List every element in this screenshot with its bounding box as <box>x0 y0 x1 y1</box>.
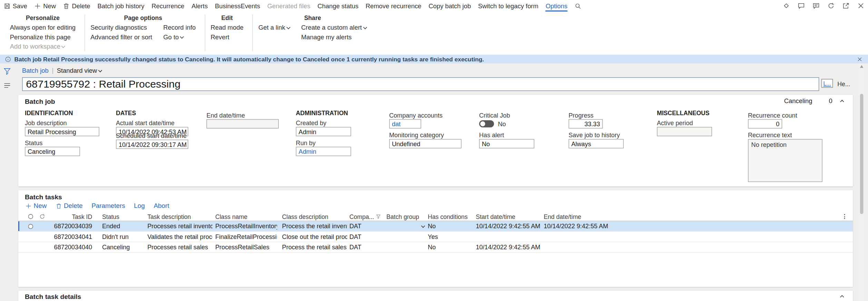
table-row[interactable]: 68720034040 Canceling Processes retail s… <box>18 242 853 252</box>
status-input[interactable]: Canceling <box>25 147 80 156</box>
cell-task-id[interactable]: 68720034041 <box>50 232 92 242</box>
cell-class-name[interactable]: ProcessRetailSales <box>215 242 277 252</box>
advanced-filter-or-sort-button[interactable]: Advanced filter or sort <box>90 34 152 40</box>
column-header-class-name[interactable]: Class name <box>215 212 277 221</box>
kebab-icon[interactable] <box>844 212 850 221</box>
scroll-up-arrow-icon[interactable] <box>860 65 863 68</box>
options-tab[interactable]: Options <box>545 0 567 12</box>
batch-job-history-button[interactable]: Batch job history <box>97 0 144 12</box>
cell-start[interactable]: 10/14/2022 9:42:55 AM <box>476 242 541 252</box>
record-info-button[interactable]: Record info <box>163 24 196 31</box>
chat-icon[interactable] <box>797 2 805 10</box>
column-header-has-conditions[interactable]: Has conditions <box>428 212 473 221</box>
tasks-new-button[interactable]: New <box>26 202 47 210</box>
cell-start[interactable]: 10/14/2022 9:42:55 AM <box>476 221 541 231</box>
save-job-to-history-input[interactable]: Always <box>569 139 624 148</box>
run-by-input[interactable]: Admin <box>296 147 351 156</box>
cell-has-conditions[interactable]: No <box>428 242 473 252</box>
cell-class-name[interactable]: ProcessRetailInventory <box>215 221 277 231</box>
cell-has-conditions[interactable]: Yes <box>428 232 473 242</box>
refresh-icon[interactable] <box>827 2 835 10</box>
cell-batch-group[interactable] <box>386 232 425 242</box>
scheduled-start-input[interactable]: 10/14/2022 09:30:17 AM <box>116 140 188 149</box>
lines-button[interactable]: L... <box>821 79 833 88</box>
refresh-column-icon[interactable] <box>39 212 48 221</box>
active-period-input[interactable] <box>657 127 712 136</box>
table-row[interactable]: 68720034041 Didn't run Validates the ret… <box>18 232 853 242</box>
column-header-company[interactable]: Compa... <box>349 212 384 221</box>
scrollbar-thumb[interactable] <box>860 94 863 214</box>
column-header-task-description[interactable]: Task description <box>147 212 213 221</box>
cell-status[interactable]: Ended <box>102 221 145 231</box>
tasks-log-button[interactable]: Log <box>134 202 145 210</box>
security-diagnostics-button[interactable]: Security diagnostics <box>90 24 152 31</box>
end-datetime-input[interactable] <box>206 119 279 129</box>
copy-batch-job-button[interactable]: Copy batch job <box>428 0 471 12</box>
cell-class-description[interactable]: Process the retail sales <box>282 242 347 252</box>
alerts-button[interactable]: Alerts <box>191 0 208 12</box>
company-accounts-input[interactable]: dat <box>389 119 421 129</box>
row-radio[interactable] <box>28 221 37 231</box>
header-button[interactable]: He... <box>837 81 850 87</box>
list-pane-icon[interactable] <box>3 82 11 89</box>
new-button[interactable]: New <box>34 0 56 12</box>
personalize-this-page-button[interactable]: Personalize this page <box>10 34 76 40</box>
cell-task-description[interactable]: Validates the retail process <box>147 232 213 242</box>
tasks-abort-button[interactable]: Abort <box>154 202 169 210</box>
column-header-status[interactable]: Status <box>102 212 145 221</box>
cell-class-name[interactable]: FinalizeRetailProcessing <box>215 232 277 242</box>
create-custom-alert-button[interactable]: Create a custom alert <box>301 24 367 31</box>
change-status-button[interactable]: Change status <box>317 0 358 12</box>
business-events-button[interactable]: BusinessEvents <box>215 0 260 12</box>
revert-button[interactable]: Revert <box>211 34 244 40</box>
recurrence-count-input[interactable]: 0 <box>748 119 782 129</box>
cell-end[interactable] <box>544 242 609 252</box>
table-row[interactable]: 68720034039 Ended Processes retail inven… <box>18 221 853 232</box>
column-header-end[interactable]: End date/time <box>544 212 609 221</box>
select-all-radio[interactable] <box>28 212 37 221</box>
always-open-for-editing-button[interactable]: Always open for editing <box>10 24 76 31</box>
cell-end[interactable] <box>544 232 609 242</box>
collapse-section-icon[interactable] <box>840 295 844 299</box>
dismiss-notification-icon[interactable] <box>856 55 863 63</box>
popout-icon[interactable] <box>842 2 849 10</box>
remove-recurrence-button[interactable]: Remove recurrence <box>366 0 422 12</box>
recurrence-button[interactable]: Recurrence <box>151 0 184 12</box>
column-header-class-description[interactable]: Class description <box>282 212 347 221</box>
column-header-task-id[interactable]: Task ID <box>50 212 92 221</box>
page-scrollbar[interactable] <box>859 63 864 301</box>
column-header-batch-group[interactable]: Batch group <box>386 212 425 221</box>
cell-company[interactable]: DAT <box>349 232 381 242</box>
monitoring-category-input[interactable]: Undefined <box>389 139 462 148</box>
cell-class-description[interactable]: Process the retail inventory <box>282 221 347 231</box>
switch-to-legacy-form-button[interactable]: Switch to legacy form <box>478 0 539 12</box>
copilot-icon[interactable] <box>782 2 790 10</box>
feedback-icon[interactable] <box>812 2 820 10</box>
tasks-parameters-button[interactable]: Parameters <box>91 202 125 210</box>
cell-class-description[interactable]: Close out the retail proce... <box>282 232 347 242</box>
job-description-input[interactable]: Retail Processing <box>25 127 99 136</box>
cell-has-conditions[interactable]: No <box>428 221 473 231</box>
search-commands-button[interactable] <box>575 0 581 12</box>
cell-company[interactable]: DAT <box>349 221 381 231</box>
cell-batch-group[interactable] <box>386 242 425 252</box>
breadcrumb-batch-job-link[interactable]: Batch job <box>22 67 49 74</box>
cell-batch-group[interactable] <box>386 221 425 231</box>
recurrence-text-area[interactable]: No repetition <box>748 139 822 182</box>
critical-job-toggle[interactable] <box>479 120 494 128</box>
delete-button[interactable]: Delete <box>63 0 90 12</box>
tasks-delete-button[interactable]: Delete <box>56 202 83 210</box>
record-title-field[interactable]: 68719955792 : Retail Processing <box>22 77 819 91</box>
get-a-link-button[interactable]: Get a link <box>258 24 290 31</box>
cell-status[interactable]: Didn't run <box>102 232 145 242</box>
cell-task-id[interactable]: 68720034040 <box>50 242 92 252</box>
manage-my-alerts-button[interactable]: Manage my alerts <box>301 34 367 40</box>
save-button[interactable]: Save <box>4 0 27 12</box>
progress-input[interactable]: 33.33 <box>569 119 603 129</box>
go-to-button[interactable]: Go to <box>163 34 196 40</box>
cell-company[interactable]: DAT <box>349 242 381 252</box>
has-alert-input[interactable]: No <box>479 139 534 148</box>
column-header-start[interactable]: Start date/time <box>476 212 541 221</box>
cell-start[interactable] <box>476 232 541 242</box>
cell-task-id[interactable]: 68720034039 <box>50 221 92 231</box>
